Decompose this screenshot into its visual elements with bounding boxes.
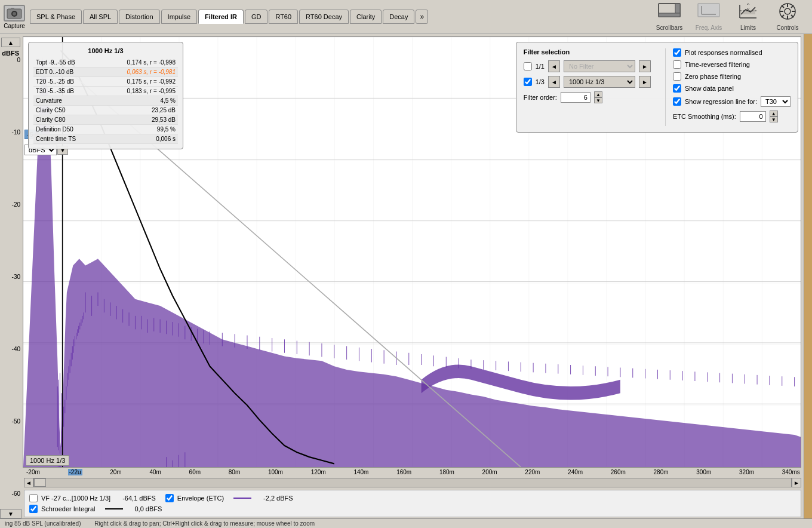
freq-axis-label: Freq. Axis (696, 24, 722, 31)
x-tick-80m: 80m (229, 469, 240, 475)
tab-all-spl[interactable]: All SPL (83, 10, 118, 24)
filter-1-1-label: 1/1 (536, 63, 545, 70)
limits-button[interactable]: Limits (733, 2, 763, 31)
tab-decay[interactable]: Decay (383, 10, 414, 24)
data-panel-title: 1000 Hz 1/3 (33, 47, 178, 54)
controls-button[interactable]: Controls (773, 2, 802, 31)
time-reversed-checkbox[interactable] (673, 60, 681, 69)
freq-label-bottom: 1000 Hz 1/3 (26, 455, 69, 466)
tab-rt60[interactable]: RT60 (269, 10, 298, 24)
tab-distortion[interactable]: Distortion (119, 10, 159, 24)
scrollbars-label: Scrollbars (656, 24, 682, 31)
show-data-panel-row: Show data panel (673, 84, 791, 93)
filter-1-1-next-button[interactable]: ► (639, 60, 651, 72)
x-tick-180m: 180m (439, 469, 454, 475)
legend-area: VF -27 c...[1000 Hz 1/3] -64,1 dBFS Enve… (24, 490, 801, 517)
tab-gd[interactable]: GD (245, 10, 268, 24)
legend-schroeder-line (105, 508, 123, 509)
filter-1-1-prev-button[interactable]: ◄ (548, 60, 560, 72)
filter-order-label: Filter order: (524, 94, 557, 101)
h-scroll-left-button[interactable]: ◄ (24, 478, 33, 487)
chart-wrapper: ▲ dBFS 0 -10 -20 -30 -40 -50 -60 ▼ (0, 34, 804, 518)
x-tick-220m: 220m (525, 469, 540, 475)
y-scroll-down-button[interactable]: ▼ (0, 509, 21, 518)
svg-rect-6 (659, 13, 680, 17)
filter-1-3-checkbox[interactable] (524, 78, 532, 86)
filter-order-input[interactable] (561, 92, 590, 103)
filter-1-1-select[interactable]: No Filter (564, 60, 635, 72)
filter-panel-title: Filter selection (524, 48, 651, 56)
x-tick-340ms: 340ms (782, 469, 800, 475)
h-scroll-thumb[interactable] (34, 478, 46, 487)
x-tick-260m: 260m (611, 469, 626, 475)
data-row-t30-value: 0,183 s, r = -0,995 (127, 88, 176, 94)
etc-smoothing-up-button[interactable]: ▲ (770, 110, 778, 116)
tab-impulse[interactable]: Impulse (161, 10, 198, 24)
y-tick-0: 0 (0, 57, 20, 63)
y-axis-scroll-up: ▲ (0, 36, 21, 48)
data-row-d50: Definition D50 99,5 % (33, 125, 178, 134)
tab-filtered-ir[interactable]: Filtered IR (198, 10, 244, 24)
zero-phase-checkbox[interactable] (673, 72, 681, 81)
x-tick-140m: 140m (353, 469, 368, 475)
filter-order-spinners: ▲ ▼ (594, 91, 602, 103)
show-regression-label: Show regression line for: (685, 98, 757, 105)
h-scroll-track[interactable] (33, 478, 792, 487)
etc-smoothing-input[interactable] (740, 111, 766, 122)
show-regression-checkbox[interactable] (673, 97, 681, 106)
data-row-t20-value: 0,175 s, r = -0,992 (127, 78, 176, 85)
data-panel: 1000 Hz 1/3 Topt -9..-55 dB 0,174 s, r =… (28, 42, 183, 149)
scrollbars-button[interactable]: Scrollbars (654, 2, 684, 31)
chart-area: -5,0 dBFS ▼ 1000 Hz 1/3 Topt (23, 36, 801, 468)
tab-clarity[interactable]: Clarity (350, 10, 382, 24)
freq-axis-button[interactable]: Freq. Axis (694, 2, 724, 31)
regression-select[interactable]: T30 T20 EDT (761, 96, 791, 107)
filter-1-1-checkbox[interactable] (524, 62, 532, 70)
data-row-t20: T20 -5..-25 dB 0,175 s, r = -0,992 (33, 77, 178, 87)
top-toolbar: Capture SPL & Phase All SPL Distortion I… (0, 0, 812, 34)
x-tick-neg20m: -20m (26, 469, 40, 475)
controls-icon (779, 2, 796, 23)
filter-1-3-next-button[interactable]: ► (639, 76, 651, 88)
data-row-edt: EDT 0..-10 dB 0,063 s, r = -0,981 (33, 67, 178, 77)
legend-vf-checkbox[interactable] (29, 494, 38, 502)
data-row-edt-label: EDT 0..-10 dB (36, 69, 73, 75)
h-scrollbar: ◄ ► (24, 478, 801, 487)
filter-1-3-prev-button[interactable]: ◄ (548, 76, 560, 88)
y-tick-40: -40 (0, 346, 20, 352)
filter-order-up-button[interactable]: ▲ (594, 91, 602, 97)
data-row-c50: Clarity C50 23,25 dB (33, 106, 178, 115)
data-row-ts: Centre time TS 0,006 s (33, 134, 178, 144)
legend-etc-checkbox[interactable] (165, 494, 174, 502)
tab-more[interactable]: » (416, 10, 428, 24)
toolbar-right: Scrollbars Freq. Axis (654, 2, 808, 31)
h-scroll-right-button[interactable]: ► (792, 478, 801, 487)
y-tick-10: -10 (0, 129, 20, 136)
x-tick-160m: 160m (396, 469, 411, 475)
limits-icon (737, 2, 759, 23)
data-row-t30-label: T30 -5..-35 dB (36, 88, 74, 94)
svg-point-11 (785, 8, 791, 14)
data-row-ts-value: 0,006 s (156, 136, 176, 142)
filter-1-3-select[interactable]: 1000 Hz 1/3 (564, 76, 635, 88)
data-row-c80-value: 29,53 dB (152, 116, 176, 123)
show-data-panel-checkbox[interactable] (673, 84, 681, 93)
filter-1-1-row: 1/1 ◄ No Filter ► (524, 60, 651, 72)
legend-etc-value: -2,2 dBFS (263, 495, 293, 502)
scrollbars-icon (657, 2, 681, 23)
etc-smoothing-row: ETC Smoothing (ms): ▲ ▼ (673, 110, 791, 122)
y-scroll-up-button[interactable]: ▲ (1, 38, 20, 47)
filter-1-3-row: 1/3 ◄ 1000 Hz 1/3 ► (524, 76, 651, 88)
legend-schroeder-checkbox[interactable] (29, 505, 38, 513)
plot-normalised-checkbox[interactable] (673, 48, 681, 57)
x-tick-60m: 60m (189, 469, 201, 475)
svg-line-17 (791, 15, 793, 17)
capture-button[interactable]: Capture (4, 5, 25, 29)
tab-rt60-decay[interactable]: RT60 Decay (299, 10, 349, 24)
etc-smoothing-down-button[interactable]: ▼ (770, 116, 778, 122)
filter-order-down-button[interactable]: ▼ (594, 97, 602, 103)
data-row-d50-value: 99,5 % (157, 126, 176, 133)
data-row-c80: Clarity C80 29,53 dB (33, 115, 178, 125)
x-ticks-container: -20m -22u 20m 40m 60m 80m 100m 120m 140m… (25, 469, 801, 475)
tab-spl-phase[interactable]: SPL & Phase (30, 10, 82, 24)
